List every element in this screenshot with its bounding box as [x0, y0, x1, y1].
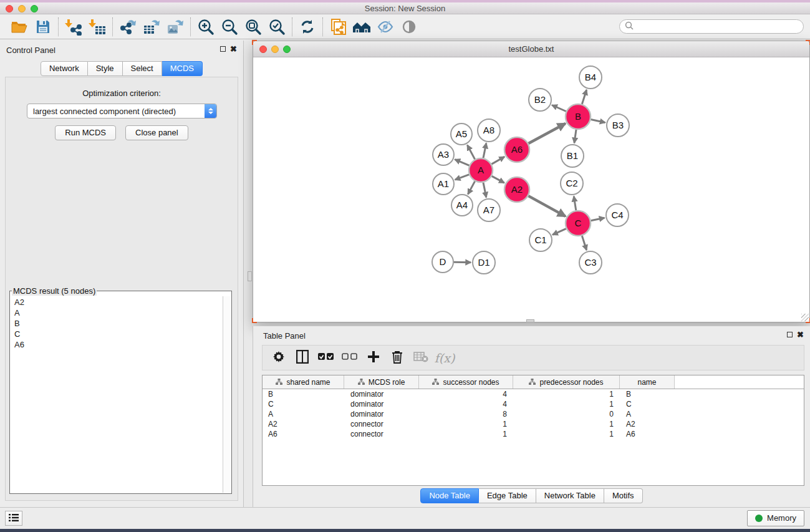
export-table-button[interactable] — [140, 17, 163, 37]
result-item[interactable]: A2 — [11, 297, 222, 307]
cell-predecessor-nodes[interactable]: 1 — [513, 420, 620, 428]
cell-shared-name[interactable]: A2 — [263, 420, 344, 428]
tab-motifs[interactable]: Motifs — [604, 488, 643, 503]
zoom-in-button[interactable] — [194, 17, 218, 37]
cell-mcds-role[interactable]: dominator — [344, 390, 419, 399]
graph-node-A7[interactable]: A7 — [478, 199, 500, 221]
graph-edge-C-C4[interactable] — [591, 218, 605, 221]
graph-node-B2[interactable]: B2 — [529, 89, 551, 111]
network-window-titlebar[interactable]: testGlobe.txt — [253, 41, 809, 57]
cell-shared-name[interactable]: A6 — [263, 430, 344, 438]
cell-name[interactable]: A2 — [620, 420, 675, 428]
mcds-result-list[interactable]: A2 A B C A6 — [11, 297, 222, 493]
show-graphics-button[interactable] — [397, 17, 421, 37]
float-panel-button[interactable] — [220, 46, 226, 52]
tab-select[interactable]: Select — [123, 61, 162, 76]
graph-node-B3[interactable]: B3 — [607, 114, 629, 137]
graph-node-C4[interactable]: C4 — [606, 204, 629, 226]
graph-edge-A-A8[interactable] — [483, 143, 486, 158]
table-row[interactable]: A dominator 8 0 A — [263, 409, 804, 419]
cell-successor-nodes[interactable]: 1 — [419, 430, 513, 438]
export-image-button[interactable] — [163, 17, 187, 37]
open-file-button[interactable] — [7, 17, 31, 37]
table-row[interactable]: A2 connector 1 1 A2 — [263, 419, 804, 429]
graph-edge-A6-B[interactable] — [528, 123, 565, 143]
memory-button[interactable]: Memory — [747, 510, 804, 526]
cell-name[interactable]: A6 — [620, 430, 675, 438]
tab-style[interactable]: Style — [88, 61, 123, 76]
cell-successor-nodes[interactable]: 1 — [419, 420, 513, 428]
graph-edge-A-A5[interactable] — [467, 145, 475, 160]
cell-successor-nodes[interactable]: 8 — [419, 410, 513, 418]
network-resize-grip[interactable] — [801, 314, 809, 321]
float-table-panel-button[interactable] — [787, 332, 793, 337]
zoom-out-button[interactable] — [218, 17, 241, 37]
network-horizontal-scrollbar[interactable] — [526, 319, 534, 322]
node-table[interactable]: shared name MCDS role successor nodes pr… — [262, 375, 804, 486]
clone-network-button[interactable] — [326, 17, 350, 37]
import-table-button[interactable] — [85, 17, 109, 37]
cell-predecessor-nodes[interactable]: 0 — [513, 410, 620, 418]
network-vertical-scrollbar[interactable] — [248, 271, 252, 281]
graph-edge-A-A4[interactable] — [468, 181, 475, 195]
cell-predecessor-nodes[interactable]: 1 — [513, 430, 620, 438]
tab-edge-table[interactable]: Edge Table — [479, 488, 536, 503]
cell-shared-name[interactable]: C — [263, 400, 344, 409]
column-header-predecessor-nodes[interactable]: predecessor nodes — [513, 375, 620, 389]
graph-edge-B-B2[interactable] — [552, 105, 566, 111]
cell-mcds-role[interactable]: dominator — [344, 410, 419, 418]
graph-edge-B-B4[interactable] — [582, 90, 586, 104]
cell-predecessor-nodes[interactable]: 1 — [513, 390, 620, 399]
column-header-mcds-role[interactable]: MCDS role — [344, 375, 419, 389]
table-row[interactable]: A6 connector 1 1 A6 — [263, 429, 804, 439]
graph-edge-A-A1[interactable] — [455, 175, 469, 180]
zoom-selected-button[interactable] — [265, 17, 289, 37]
graph-node-B[interactable]: B — [566, 104, 591, 129]
home-layout-button[interactable] — [350, 17, 374, 37]
graph-node-A2[interactable]: A2 — [504, 177, 529, 202]
close-table-panel-icon[interactable]: ✖ — [797, 330, 804, 339]
cell-shared-name[interactable]: B — [263, 390, 344, 399]
tab-network-table[interactable]: Network Table — [536, 488, 604, 503]
graph-node-A[interactable]: A — [469, 158, 493, 182]
task-history-button[interactable] — [5, 511, 22, 526]
show-columns-button[interactable] — [292, 348, 312, 368]
hide-graphics-button[interactable] — [374, 17, 397, 37]
graph-node-A5[interactable]: A5 — [451, 123, 472, 145]
graph-node-B1[interactable]: B1 — [561, 145, 584, 167]
cell-mcds-role[interactable]: connector — [344, 430, 419, 438]
tab-mcds[interactable]: MCDS — [162, 61, 203, 76]
search-input[interactable] — [637, 22, 803, 31]
select-all-columns-button[interactable] — [316, 348, 336, 368]
graph-edge-B-B3[interactable] — [591, 119, 605, 122]
graph-node-C3[interactable]: C3 — [579, 251, 602, 274]
graph-node-A1[interactable]: A1 — [433, 173, 454, 195]
result-item[interactable]: A — [11, 307, 222, 318]
refresh-button[interactable] — [296, 17, 319, 37]
graph-node-A6[interactable]: A6 — [504, 137, 529, 162]
add-column-button[interactable] — [364, 348, 383, 368]
cell-name[interactable]: A — [620, 410, 675, 418]
graph-edge-A-A6[interactable] — [491, 157, 504, 164]
graph-node-C1[interactable]: C1 — [529, 229, 552, 251]
cell-name[interactable]: B — [620, 390, 675, 399]
delete-columns-button[interactable] — [387, 348, 407, 368]
cell-shared-name[interactable]: A — [263, 410, 344, 418]
graph-edge-C-C3[interactable] — [582, 236, 586, 250]
graph-node-A4[interactable]: A4 — [451, 195, 473, 216]
zoom-fit-button[interactable] — [241, 17, 265, 37]
close-panel-button[interactable]: Close panel — [125, 125, 188, 140]
cell-predecessor-nodes[interactable]: 1 — [513, 400, 620, 409]
cell-successor-nodes[interactable]: 4 — [419, 390, 513, 399]
graph-node-D[interactable]: D — [432, 251, 453, 273]
result-item[interactable]: B — [11, 318, 222, 329]
graph-edge-B-B1[interactable] — [574, 130, 576, 143]
criterion-dropdown[interactable]: largest connected component (directed) — [27, 104, 217, 118]
graph-node-C2[interactable]: C2 — [561, 172, 583, 195]
table-settings-button[interactable] — [269, 348, 289, 368]
graph-node-A8[interactable]: A8 — [478, 119, 500, 142]
cell-mcds-role[interactable]: connector — [344, 420, 419, 428]
search-field[interactable] — [619, 19, 804, 34]
graph-node-B4[interactable]: B4 — [579, 66, 602, 89]
column-header-name[interactable]: name — [620, 375, 675, 389]
